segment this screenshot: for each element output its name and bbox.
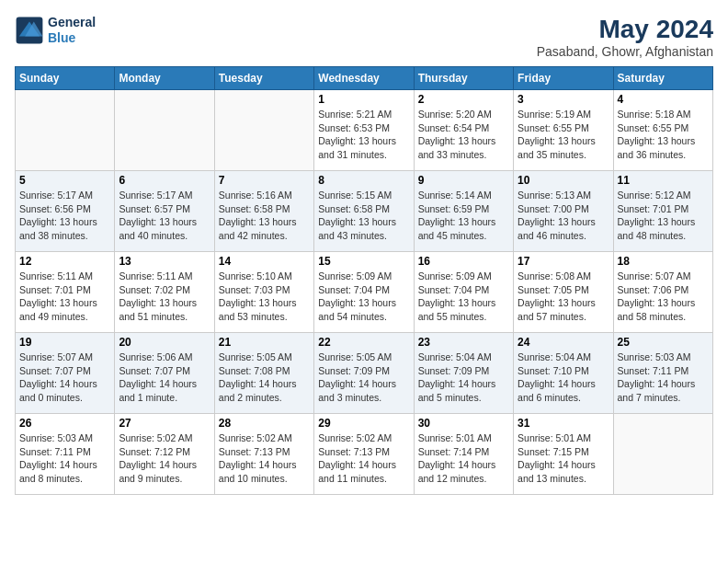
day-info: Sunrise: 5:07 AMSunset: 7:07 PMDaylight:… bbox=[19, 350, 110, 405]
calendar-cell: 29Sunrise: 5:02 AMSunset: 7:13 PMDayligh… bbox=[314, 414, 414, 495]
calendar-cell: 2Sunrise: 5:20 AMSunset: 6:54 PMDaylight… bbox=[414, 90, 513, 171]
day-number: 9 bbox=[418, 174, 509, 187]
day-info: Sunrise: 5:17 AMSunset: 6:56 PMDaylight:… bbox=[19, 189, 110, 243]
calendar-cell: 26Sunrise: 5:03 AMSunset: 7:11 PMDayligh… bbox=[16, 414, 115, 495]
weekday-header: Thursday bbox=[414, 67, 513, 90]
day-info: Sunrise: 5:03 AMSunset: 7:11 PMDaylight:… bbox=[19, 431, 110, 486]
day-info: Sunrise: 5:02 AMSunset: 7:13 PMDaylight:… bbox=[318, 431, 409, 486]
calendar-cell: 4Sunrise: 5:18 AMSunset: 6:55 PMDaylight… bbox=[613, 90, 712, 171]
day-info: Sunrise: 5:11 AMSunset: 7:01 PMDaylight:… bbox=[19, 270, 110, 324]
calendar-cell: 8Sunrise: 5:15 AMSunset: 6:58 PMDaylight… bbox=[314, 171, 414, 252]
day-info: Sunrise: 5:08 AMSunset: 7:05 PMDaylight:… bbox=[518, 270, 609, 324]
calendar-cell: 1Sunrise: 5:21 AMSunset: 6:53 PMDaylight… bbox=[314, 90, 414, 171]
day-info: Sunrise: 5:05 AMSunset: 7:09 PMDaylight:… bbox=[318, 350, 409, 405]
day-number: 15 bbox=[318, 255, 409, 268]
day-number: 4 bbox=[618, 93, 709, 106]
calendar-cell: 18Sunrise: 5:07 AMSunset: 7:06 PMDayligh… bbox=[613, 252, 712, 333]
calendar-cell: 22Sunrise: 5:05 AMSunset: 7:09 PMDayligh… bbox=[314, 333, 414, 414]
day-number: 17 bbox=[518, 255, 609, 268]
calendar-week-row: 12Sunrise: 5:11 AMSunset: 7:01 PMDayligh… bbox=[16, 252, 713, 333]
day-info: Sunrise: 5:07 AMSunset: 7:06 PMDaylight:… bbox=[618, 270, 709, 324]
day-number: 28 bbox=[219, 417, 310, 430]
calendar-cell: 21Sunrise: 5:05 AMSunset: 7:08 PMDayligh… bbox=[214, 333, 313, 414]
calendar-cell bbox=[613, 414, 712, 495]
day-info: Sunrise: 5:02 AMSunset: 7:12 PMDaylight:… bbox=[119, 431, 210, 486]
logo-icon bbox=[15, 16, 44, 45]
day-number: 13 bbox=[119, 255, 210, 268]
day-info: Sunrise: 5:01 AMSunset: 7:15 PMDaylight:… bbox=[518, 431, 609, 486]
day-info: Sunrise: 5:05 AMSunset: 7:08 PMDaylight:… bbox=[219, 350, 310, 405]
day-number: 14 bbox=[219, 255, 310, 268]
weekday-header: Saturday bbox=[613, 67, 712, 90]
calendar-cell: 31Sunrise: 5:01 AMSunset: 7:15 PMDayligh… bbox=[514, 414, 613, 495]
day-info: Sunrise: 5:09 AMSunset: 7:04 PMDaylight:… bbox=[418, 270, 509, 324]
calendar-table: SundayMondayTuesdayWednesdayThursdayFrid… bbox=[15, 66, 713, 495]
day-number: 19 bbox=[19, 336, 110, 349]
day-info: Sunrise: 5:12 AMSunset: 7:01 PMDaylight:… bbox=[618, 189, 709, 243]
calendar-cell: 20Sunrise: 5:06 AMSunset: 7:07 PMDayligh… bbox=[115, 333, 214, 414]
day-number: 7 bbox=[219, 174, 310, 187]
calendar-cell: 15Sunrise: 5:09 AMSunset: 7:04 PMDayligh… bbox=[314, 252, 414, 333]
calendar-cell bbox=[214, 90, 313, 171]
calendar-week-row: 19Sunrise: 5:07 AMSunset: 7:07 PMDayligh… bbox=[16, 333, 713, 414]
calendar-week-row: 5Sunrise: 5:17 AMSunset: 6:56 PMDaylight… bbox=[16, 171, 713, 252]
day-info: Sunrise: 5:21 AMSunset: 6:53 PMDaylight:… bbox=[318, 108, 409, 162]
day-info: Sunrise: 5:20 AMSunset: 6:54 PMDaylight:… bbox=[418, 108, 509, 162]
day-number: 24 bbox=[518, 336, 609, 349]
page-subtitle: Pasaband, Ghowr, Afghanistan bbox=[537, 44, 713, 59]
day-info: Sunrise: 5:17 AMSunset: 6:57 PMDaylight:… bbox=[119, 189, 210, 243]
calendar-cell: 23Sunrise: 5:04 AMSunset: 7:09 PMDayligh… bbox=[414, 333, 513, 414]
calendar-cell: 17Sunrise: 5:08 AMSunset: 7:05 PMDayligh… bbox=[514, 252, 613, 333]
weekday-header: Tuesday bbox=[214, 67, 313, 90]
calendar-cell: 19Sunrise: 5:07 AMSunset: 7:07 PMDayligh… bbox=[16, 333, 115, 414]
day-info: Sunrise: 5:18 AMSunset: 6:55 PMDaylight:… bbox=[618, 108, 709, 162]
day-number: 2 bbox=[418, 93, 509, 106]
day-number: 31 bbox=[518, 417, 609, 430]
day-number: 3 bbox=[518, 93, 609, 106]
calendar-week-row: 26Sunrise: 5:03 AMSunset: 7:11 PMDayligh… bbox=[16, 414, 713, 495]
day-info: Sunrise: 5:14 AMSunset: 6:59 PMDaylight:… bbox=[418, 189, 509, 243]
day-number: 22 bbox=[318, 336, 409, 349]
calendar-cell: 24Sunrise: 5:04 AMSunset: 7:10 PMDayligh… bbox=[514, 333, 613, 414]
day-number: 29 bbox=[318, 417, 409, 430]
logo-text: General Blue bbox=[48, 15, 96, 46]
day-number: 10 bbox=[518, 174, 609, 187]
day-info: Sunrise: 5:15 AMSunset: 6:58 PMDaylight:… bbox=[318, 189, 409, 243]
day-info: Sunrise: 5:04 AMSunset: 7:09 PMDaylight:… bbox=[418, 350, 509, 405]
day-info: Sunrise: 5:09 AMSunset: 7:04 PMDaylight:… bbox=[318, 270, 409, 324]
day-number: 16 bbox=[418, 255, 509, 268]
day-info: Sunrise: 5:03 AMSunset: 7:11 PMDaylight:… bbox=[618, 350, 709, 405]
page-header: General Blue May 2024 Pasaband, Ghowr, A… bbox=[15, 15, 713, 59]
day-number: 27 bbox=[119, 417, 210, 430]
day-info: Sunrise: 5:06 AMSunset: 7:07 PMDaylight:… bbox=[119, 350, 210, 405]
calendar-header-row: SundayMondayTuesdayWednesdayThursdayFrid… bbox=[16, 67, 713, 90]
day-number: 21 bbox=[219, 336, 310, 349]
day-info: Sunrise: 5:11 AMSunset: 7:02 PMDaylight:… bbox=[119, 270, 210, 324]
day-number: 26 bbox=[19, 417, 110, 430]
calendar-cell: 16Sunrise: 5:09 AMSunset: 7:04 PMDayligh… bbox=[414, 252, 513, 333]
day-number: 8 bbox=[318, 174, 409, 187]
calendar-cell: 28Sunrise: 5:02 AMSunset: 7:13 PMDayligh… bbox=[214, 414, 313, 495]
day-info: Sunrise: 5:13 AMSunset: 7:00 PMDaylight:… bbox=[518, 189, 609, 243]
day-number: 30 bbox=[418, 417, 509, 430]
weekday-header: Wednesday bbox=[314, 67, 414, 90]
weekday-header: Monday bbox=[115, 67, 214, 90]
title-block: May 2024 Pasaband, Ghowr, Afghanistan bbox=[537, 15, 713, 59]
calendar-cell: 12Sunrise: 5:11 AMSunset: 7:01 PMDayligh… bbox=[16, 252, 115, 333]
day-number: 1 bbox=[318, 93, 409, 106]
day-number: 11 bbox=[618, 174, 709, 187]
calendar-cell: 9Sunrise: 5:14 AMSunset: 6:59 PMDaylight… bbox=[414, 171, 513, 252]
calendar-cell bbox=[115, 90, 214, 171]
calendar-cell: 25Sunrise: 5:03 AMSunset: 7:11 PMDayligh… bbox=[613, 333, 712, 414]
day-info: Sunrise: 5:04 AMSunset: 7:10 PMDaylight:… bbox=[518, 350, 609, 405]
calendar-cell: 27Sunrise: 5:02 AMSunset: 7:12 PMDayligh… bbox=[115, 414, 214, 495]
calendar-cell: 14Sunrise: 5:10 AMSunset: 7:03 PMDayligh… bbox=[214, 252, 313, 333]
day-number: 5 bbox=[19, 174, 110, 187]
calendar-cell: 11Sunrise: 5:12 AMSunset: 7:01 PMDayligh… bbox=[613, 171, 712, 252]
day-info: Sunrise: 5:01 AMSunset: 7:14 PMDaylight:… bbox=[418, 431, 509, 486]
weekday-header: Friday bbox=[514, 67, 613, 90]
day-number: 25 bbox=[618, 336, 709, 349]
page-title: May 2024 bbox=[537, 15, 713, 44]
calendar-cell: 30Sunrise: 5:01 AMSunset: 7:14 PMDayligh… bbox=[414, 414, 513, 495]
day-number: 20 bbox=[119, 336, 210, 349]
